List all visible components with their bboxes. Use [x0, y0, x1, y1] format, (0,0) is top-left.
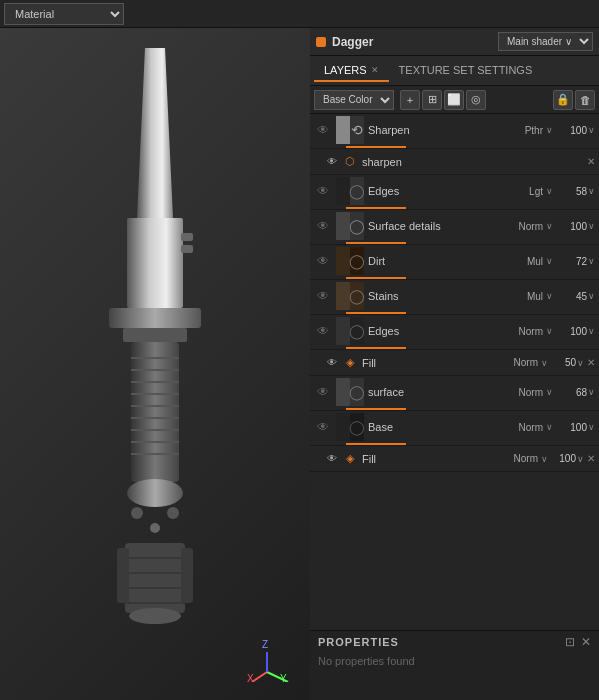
layer-stains-row[interactable]: 👁 ◯ Stains Mul ∨ 45 ∨	[310, 280, 599, 312]
visibility-toggle-edges2[interactable]: 👁	[314, 322, 332, 340]
right-panel: Dagger Main shader ∨ LAYERS ✕ TEXTURE SE…	[310, 28, 599, 700]
svg-marker-0	[137, 48, 173, 218]
add-mask-btn[interactable]: ◎	[466, 90, 486, 110]
sub-name-fill-edges2: Fill	[362, 357, 514, 369]
properties-title: PROPERTIES	[318, 636, 399, 648]
list-item: 👁 ◯ Dirt Mul ∨ 72 ∨	[310, 245, 599, 280]
sub-close-fill-base[interactable]: ✕	[587, 453, 595, 464]
svg-point-16	[127, 479, 183, 507]
layer-surface-details-row[interactable]: 👁 ◯ Surface details Norm ∨ 100 ∨	[310, 210, 599, 242]
svg-rect-6	[131, 342, 179, 482]
sub-vis-sharpen[interactable]: 👁	[324, 154, 340, 170]
svg-text:Y: Y	[280, 673, 287, 682]
add-fill-btn[interactable]: ⬜	[444, 90, 464, 110]
svg-rect-2	[181, 233, 193, 241]
dagger-title: Dagger	[332, 35, 498, 49]
layer-opacity-edges2: 100	[559, 326, 587, 337]
viewport-bg: X Y Z	[0, 28, 310, 700]
sub-vis-fill-base[interactable]: 👁	[324, 451, 340, 467]
channel-dropdown[interactable]: Base Color	[314, 90, 394, 110]
visibility-toggle-surface[interactable]: 👁	[314, 383, 332, 401]
header-row: Dagger Main shader ∨	[310, 28, 599, 56]
toolbar-row: Base Color + ⊞ ⬜ ◎ 🔒 🗑	[310, 86, 599, 114]
layer-sharpen-row[interactable]: 👁 ⟲ Sharpen Pthr ∨ 100 ∨	[310, 114, 599, 146]
layer-thumb-edges1: ◯	[336, 177, 364, 205]
layer-dirt-row[interactable]: 👁 ◯ Dirt Mul ∨ 72 ∨	[310, 245, 599, 277]
visibility-toggle-stains[interactable]: 👁	[314, 287, 332, 305]
orange-bar-stains	[346, 312, 406, 314]
properties-expand-icon[interactable]: ⊡	[565, 635, 575, 649]
layer-edges1-row[interactable]: 👁 ◯ Edges Lgt ∨ 58 ∨	[310, 175, 599, 207]
layer-name-edges2: Edges	[368, 325, 519, 337]
list-item: 👁 ◯ Edges Lgt ∨ 58 ∨	[310, 175, 599, 210]
add-folder-btn[interactable]: ⊞	[422, 90, 442, 110]
orange-bar-edges1	[346, 207, 406, 209]
layer-name-edges1: Edges	[368, 185, 529, 197]
layer-opacity-stains: 45	[559, 291, 587, 302]
svg-rect-26	[181, 548, 193, 603]
list-item: 👁 ◯ Edges Norm ∨ 100 ∨	[310, 315, 599, 376]
properties-empty-text: No properties found	[318, 655, 415, 667]
layer-thumb-stains: ◯	[336, 282, 364, 310]
svg-line-28	[252, 672, 267, 682]
layer-thumb-surface: ◯	[336, 378, 364, 406]
layer-surface-row[interactable]: 👁 ◯ surface Norm ∨ 68 ∨	[310, 376, 599, 408]
layer-thumb-dirt: ◯	[336, 247, 364, 275]
viewport: X Y Z	[0, 28, 310, 700]
material-dropdown[interactable]: Material	[4, 3, 124, 25]
visibility-toggle-dirt[interactable]: 👁	[314, 252, 332, 270]
visibility-toggle-sharpen[interactable]: 👁	[314, 121, 332, 139]
orange-bar-dirt	[346, 277, 406, 279]
sub-mode-label-base: Norm	[514, 453, 538, 464]
svg-rect-3	[181, 245, 193, 253]
layer-thumb-base: ◯	[336, 413, 364, 441]
layer-edges2-row[interactable]: 👁 ◯ Edges Norm ∨ 100 ∨	[310, 315, 599, 347]
layer-opacity-dirt: 72	[559, 256, 587, 267]
list-item: 👁 ◯ Stains Mul ∨ 45 ∨	[310, 280, 599, 315]
main-content: X Y Z Dagger Main shader ∨ LAYERS ✕	[0, 28, 599, 700]
layer-name-base: Base	[368, 421, 519, 433]
tab-layers[interactable]: LAYERS ✕	[314, 60, 389, 82]
list-item: 👁 ◯ Surface details Norm ∨ 100 ∨	[310, 210, 599, 245]
layer-thumb-sharpen: ⟲	[336, 116, 364, 144]
sub-icon-fill-base: ◈	[342, 451, 358, 467]
visibility-toggle-edges1[interactable]: 👁	[314, 182, 332, 200]
visibility-toggle-base[interactable]: 👁	[314, 418, 332, 436]
orange-bar-surface	[346, 408, 406, 410]
sub-close-sharpen[interactable]: ✕	[587, 156, 595, 167]
dagger-3d-model	[55, 38, 255, 648]
tab-texture-set-settings[interactable]: TEXTURE SET SETTINGS	[389, 60, 543, 82]
orange-bar-surface-details	[346, 242, 406, 244]
list-item: 👁 ◯ Base Norm ∨ 100 ∨	[310, 411, 599, 472]
layer-opacity-surface: 68	[559, 387, 587, 398]
sub-mode-label-edges2: Norm	[514, 357, 538, 368]
svg-point-19	[150, 523, 160, 533]
svg-rect-25	[117, 548, 129, 603]
layer-mode-base: Norm	[519, 422, 543, 433]
sub-layer-fill-base[interactable]: 👁 ◈ Fill Norm ∨ 100 ∨ ✕	[310, 445, 599, 471]
sub-icon-fill-edges2: ◈	[342, 355, 358, 371]
layer-name-dirt: Dirt	[368, 255, 527, 267]
properties-panel: PROPERTIES ⊡ ✕ No properties found	[310, 630, 599, 700]
delete-btn[interactable]: 🗑	[575, 90, 595, 110]
layer-mode-edges1: Lgt	[529, 186, 543, 197]
add-layer-btn[interactable]: +	[400, 90, 420, 110]
lock-btn[interactable]: 🔒	[553, 90, 573, 110]
layer-thumb-edges2: ◯	[336, 317, 364, 345]
axis-indicator: X Y Z	[242, 632, 292, 682]
sub-layer-sharpen-effect[interactable]: 👁 ⬡ sharpen ✕	[310, 148, 599, 174]
sub-opacity-edges2: 50	[552, 357, 576, 368]
sub-close-fill-edges2[interactable]: ✕	[587, 357, 595, 368]
list-item: 👁 ⟲ Sharpen Pthr ∨ 100 ∨	[310, 114, 599, 175]
sub-layer-fill-edges2[interactable]: 👁 ◈ Fill Norm ∨ 50 ∨ ✕	[310, 349, 599, 375]
layer-mode-dirt: Mul	[527, 256, 543, 267]
visibility-toggle-surface-details[interactable]: 👁	[314, 217, 332, 235]
layer-name-surface: surface	[368, 386, 519, 398]
properties-close-icon[interactable]: ✕	[581, 635, 591, 649]
svg-text:Z: Z	[262, 639, 268, 650]
shader-dropdown[interactable]: Main shader ∨	[498, 32, 593, 51]
tabs-area: LAYERS ✕ TEXTURE SET SETTINGS	[310, 56, 599, 86]
layer-base-row[interactable]: 👁 ◯ Base Norm ∨ 100 ∨	[310, 411, 599, 443]
tab-layers-close[interactable]: ✕	[371, 65, 379, 75]
sub-vis-fill-edges2[interactable]: 👁	[324, 355, 340, 371]
